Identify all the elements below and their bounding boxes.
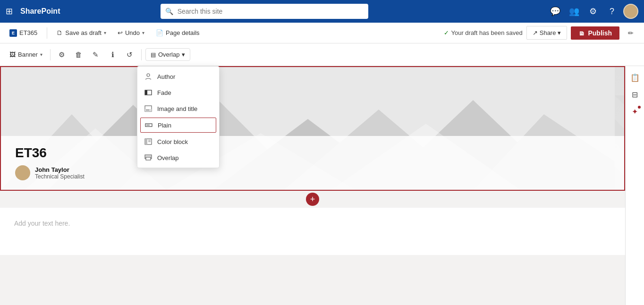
svg-rect-2 xyxy=(145,90,147,95)
sidebar-pages-icon[interactable]: 📋 xyxy=(627,70,643,85)
add-section-row: + xyxy=(0,191,625,208)
banner-block: ET36 John Taylor Technical Specialist xyxy=(0,66,625,191)
author-info: John Taylor Technical Specialist xyxy=(35,166,85,180)
settings-panel-icon[interactable]: ⚙ xyxy=(54,47,69,62)
fade-icon xyxy=(144,88,153,97)
info-icon[interactable]: ℹ xyxy=(105,47,120,62)
add-section-button[interactable]: + xyxy=(306,193,319,206)
nav-actions: 💬 👥 ⚙ ? xyxy=(548,4,638,19)
overlap-icon: ▤ xyxy=(151,51,156,58)
menu-item-image-title-label: Image and title xyxy=(157,105,197,112)
menu-item-color-block-label: Color block xyxy=(157,138,188,145)
check-icon: ✓ xyxy=(444,29,449,36)
menu-item-fade[interactable]: Fade xyxy=(137,85,219,101)
publish-label: Publish xyxy=(588,29,612,37)
banner-label: Banner xyxy=(18,51,38,58)
sidebar-sparkle-icon[interactable]: ✦ xyxy=(627,104,643,119)
action-bar: E ET365 🗋 Save as draft ▾ ↩ Undo ▾ 📄 Pag… xyxy=(0,23,644,43)
share-button[interactable]: ↗ Share ▾ xyxy=(526,26,568,40)
delete-icon[interactable]: 🗑 xyxy=(71,47,86,62)
action-bar-right: ✓ Your draft has been saved ↗ Share ▾ 🗈 … xyxy=(444,25,638,41)
help-icon[interactable]: ? xyxy=(604,4,619,19)
save-draft-label: Save as draft xyxy=(65,29,102,36)
waffle-icon[interactable]: ⊞ xyxy=(6,6,13,17)
menu-item-overlap-label: Overlap xyxy=(157,154,179,161)
sharepoint-logo: SharePoint xyxy=(20,7,60,16)
author-role: Technical Specialist xyxy=(35,173,85,180)
main-content: ET36 John Taylor Technical Specialist + … xyxy=(0,66,644,305)
menu-item-image-title[interactable]: Image and title xyxy=(137,101,219,117)
menu-item-overlap[interactable]: Overlap xyxy=(137,150,219,166)
top-nav: ⊞ SharePoint 🔍 💬 👥 ⚙ ? xyxy=(0,0,644,23)
overlap-chevron: ▾ xyxy=(182,51,185,58)
author-avatar xyxy=(15,165,30,180)
edit-mode-toggle[interactable]: ✏ xyxy=(623,25,638,41)
color-block-icon xyxy=(144,137,153,146)
page-title: ET36 xyxy=(15,145,610,161)
refresh-icon[interactable]: ↺ xyxy=(122,47,137,62)
site-label: ET365 xyxy=(19,29,37,36)
publish-icon: 🗈 xyxy=(578,29,585,37)
user-avatar[interactable] xyxy=(623,4,638,19)
move-icon[interactable]: ✎ xyxy=(88,47,103,62)
search-container: 🔍 xyxy=(161,4,368,19)
svg-point-0 xyxy=(147,74,150,76)
undo-label: Undo xyxy=(125,29,140,36)
undo-chevron: ▾ xyxy=(142,30,144,35)
banner-button[interactable]: 🖼 Banner ▾ xyxy=(6,49,46,60)
right-sidebar: 📋 ⊟ ✦ xyxy=(625,66,644,305)
page-area[interactable]: ET36 John Taylor Technical Specialist + … xyxy=(0,66,625,305)
author-name: John Taylor xyxy=(35,166,85,173)
image-title-icon xyxy=(144,104,153,113)
settings-icon[interactable]: ⚙ xyxy=(585,4,601,19)
menu-item-plain-label: Plain xyxy=(158,122,171,129)
sep2 xyxy=(50,49,51,60)
chat-icon[interactable]: 💬 xyxy=(548,4,563,19)
author-icon xyxy=(144,72,153,81)
content-placeholder[interactable]: Add your text here. xyxy=(14,220,70,227)
banner-overlay: ET36 John Taylor Technical Specialist xyxy=(1,136,624,190)
menu-item-author-label: Author xyxy=(157,73,175,80)
publish-button[interactable]: 🗈 Publish xyxy=(571,26,619,40)
page-details-icon: 📄 xyxy=(156,29,163,36)
menu-item-color-block[interactable]: Color block xyxy=(137,134,219,150)
save-draft-button[interactable]: 🗋 Save as draft ▾ xyxy=(53,27,110,39)
site-icon: E xyxy=(9,29,17,37)
save-draft-chevron: ▾ xyxy=(104,30,106,35)
search-icon: 🔍 xyxy=(165,8,173,15)
share-icon: ↗ xyxy=(533,29,538,36)
undo-button[interactable]: ↩ Undo ▾ xyxy=(114,27,148,39)
plain-icon xyxy=(144,121,153,129)
sidebar-filter-icon[interactable]: ⊟ xyxy=(627,87,643,102)
menu-item-author[interactable]: Author xyxy=(137,68,219,85)
menu-item-plain[interactable]: Plain xyxy=(140,118,216,133)
share-chevron: ▾ xyxy=(558,29,561,36)
share-label: Share xyxy=(540,29,556,36)
overlap-button[interactable]: ▤ Overlap ▾ xyxy=(145,48,191,61)
author-row: John Taylor Technical Specialist xyxy=(15,165,610,180)
site-badge[interactable]: E ET365 xyxy=(6,27,41,39)
overlap-menu-icon xyxy=(144,153,153,162)
draft-saved-status: ✓ Your draft has been saved xyxy=(444,29,522,36)
svg-rect-13 xyxy=(146,157,151,160)
separator-1 xyxy=(47,27,47,39)
menu-item-fade-label: Fade xyxy=(157,89,171,96)
banner-icon: 🖼 xyxy=(9,51,16,58)
draft-saved-text: Your draft has been saved xyxy=(451,29,522,36)
people-icon[interactable]: 👥 xyxy=(567,4,582,19)
banner-toolbar: 🖼 Banner ▾ ⚙ 🗑 ✎ ℹ ↺ ▤ Overlap ▾ Author xyxy=(0,43,644,66)
svg-rect-9 xyxy=(145,139,147,144)
search-input[interactable] xyxy=(161,4,368,19)
text-section: Add your text here. xyxy=(0,208,625,255)
layout-dropdown: Author Fade Image and title xyxy=(137,66,220,168)
sep3 xyxy=(141,49,142,60)
banner-chevron: ▾ xyxy=(40,52,42,57)
page-details-label: Page details xyxy=(166,29,200,36)
overlap-label: Overlap xyxy=(158,51,180,58)
page-details-button[interactable]: 📄 Page details xyxy=(152,27,203,39)
save-draft-icon: 🗋 xyxy=(57,29,63,36)
undo-icon: ↩ xyxy=(118,29,123,36)
